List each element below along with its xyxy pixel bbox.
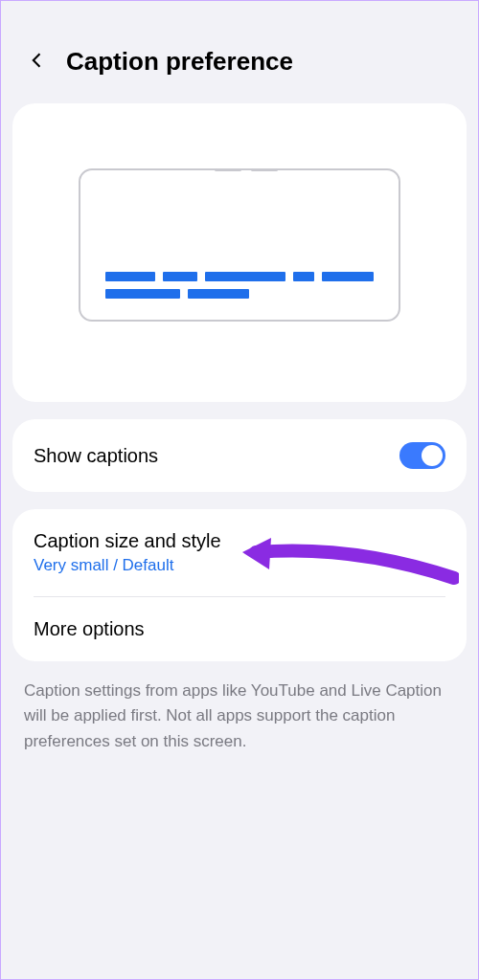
show-captions-toggle[interactable] (399, 442, 445, 469)
caption-size-style-row[interactable]: Caption size and style Very small / Defa… (12, 509, 467, 596)
show-captions-card: Show captions (12, 419, 467, 492)
show-captions-label: Show captions (34, 445, 158, 467)
caption-size-style-subtitle: Very small / Default (34, 556, 445, 575)
camera-notch-icon (251, 168, 278, 171)
more-options-row[interactable]: More options (12, 597, 467, 661)
caption-sample-icon (105, 264, 374, 299)
back-button[interactable] (24, 49, 51, 76)
show-captions-row[interactable]: Show captions (12, 419, 467, 492)
caption-options-card: Caption size and style Very small / Defa… (12, 509, 467, 661)
page-title: Caption preference (66, 47, 293, 77)
device-frame (79, 168, 400, 322)
footer-note: Caption settings from apps like YouTube … (24, 679, 455, 754)
caption-size-style-title: Caption size and style (34, 530, 445, 552)
header: Caption preference (1, 1, 478, 103)
camera-notch-icon (215, 168, 241, 171)
chevron-left-icon (28, 51, 47, 74)
caption-preview-card (12, 103, 467, 402)
more-options-label: More options (34, 618, 445, 640)
